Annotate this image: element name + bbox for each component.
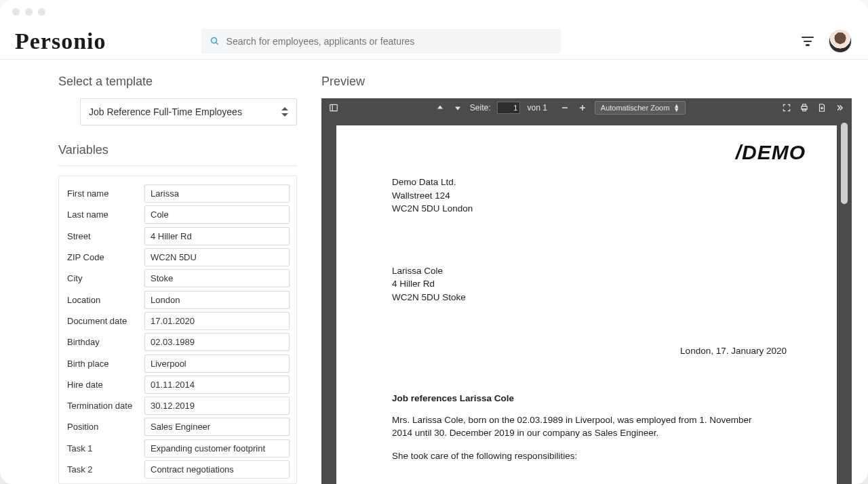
variable-label: Document date xyxy=(66,316,139,326)
sidebar-toggle-icon[interactable] xyxy=(328,102,339,113)
svg-rect-2 xyxy=(330,104,338,110)
variable-row: Birthday xyxy=(66,331,290,352)
top-bar: Personio xyxy=(0,23,868,60)
variable-row: ZIP Code xyxy=(66,247,290,268)
variable-label: Position xyxy=(66,422,139,432)
variable-row: Street xyxy=(66,226,290,247)
recipient-line: WC2N 5DU Stoke xyxy=(392,291,787,304)
document-page: /DEMO Demo Data Ltd. Wallstreet 124 WC2N… xyxy=(336,125,837,484)
main-content: Select a template Job Reference Full-Tim… xyxy=(0,60,868,484)
chevron-updown-icon: ▲▼ xyxy=(673,104,679,112)
variable-row: Hire date xyxy=(66,374,290,395)
window-dot xyxy=(12,8,20,16)
page-nav-group: Seite: von 1 Automatischer Zoom ▲▼ xyxy=(435,101,686,115)
search-icon xyxy=(210,36,220,46)
zoom-out-icon[interactable] xyxy=(559,102,570,113)
print-icon[interactable] xyxy=(799,102,810,113)
right-column: Preview Seite: von 1 xyxy=(321,75,852,484)
variable-input[interactable] xyxy=(144,205,290,224)
variable-input[interactable] xyxy=(144,248,290,266)
variable-input[interactable] xyxy=(144,291,290,309)
sender-block: Demo Data Ltd. Wallstreet 124 WC2N 5DU L… xyxy=(392,176,787,216)
variable-row: Termination date xyxy=(66,395,290,416)
variable-row: City xyxy=(66,268,290,289)
sender-line: Wallstreet 124 xyxy=(392,189,787,203)
variable-row: Task 2 xyxy=(66,459,290,480)
fullscreen-icon[interactable] xyxy=(781,102,792,113)
user-avatar[interactable] xyxy=(829,30,852,53)
variable-input[interactable] xyxy=(144,269,290,287)
sender-line: WC2N 5DU London xyxy=(392,202,787,216)
page-up-icon[interactable] xyxy=(435,102,446,113)
preview-title: Preview xyxy=(321,75,852,89)
variable-label: Task 2 xyxy=(66,464,139,475)
variable-input[interactable] xyxy=(144,355,290,373)
app-window: Personio Select a template Job Reference… xyxy=(0,0,868,484)
variable-input[interactable] xyxy=(144,333,290,351)
variables-title: Variables xyxy=(58,143,297,157)
doc-logo: /DEMO xyxy=(736,138,806,167)
download-icon[interactable] xyxy=(816,102,827,113)
variable-input[interactable] xyxy=(144,418,290,436)
variable-label: Termination date xyxy=(66,401,139,411)
variable-input[interactable] xyxy=(144,439,290,458)
search-input[interactable] xyxy=(226,36,553,47)
variable-row: Last name xyxy=(66,204,290,225)
variable-input[interactable] xyxy=(144,184,290,203)
variable-row: Location xyxy=(66,289,290,310)
variable-label: First name xyxy=(66,188,139,199)
variable-row: First name xyxy=(66,183,290,204)
doc-ref-title: Job references Larissa Cole xyxy=(392,392,787,405)
pdf-toolbar: Seite: von 1 Automatischer Zoom ▲▼ xyxy=(321,98,852,117)
window-titlebar xyxy=(0,0,868,23)
filter-icon[interactable] xyxy=(802,37,814,46)
variable-row: Task 1 xyxy=(66,438,290,459)
variables-panel: First nameLast nameStreetZIP CodeCityLoc… xyxy=(58,176,297,484)
variable-row: Position xyxy=(66,416,290,437)
page-down-icon[interactable] xyxy=(452,102,463,113)
variable-row: Birth place xyxy=(66,352,290,374)
recipient-line: 4 Hiller Rd xyxy=(392,277,787,291)
preview-pane: Seite: von 1 Automatischer Zoom ▲▼ xyxy=(321,98,852,484)
window-dot xyxy=(38,8,45,16)
more-tools-icon[interactable] xyxy=(834,102,845,113)
divider xyxy=(58,165,297,166)
page-input[interactable] xyxy=(497,102,520,114)
variable-label: Task 1 xyxy=(66,443,139,453)
variable-label: Last name xyxy=(66,209,139,220)
zoom-select[interactable]: Automatischer Zoom ▲▼ xyxy=(595,101,686,115)
variable-label: Location xyxy=(66,295,139,305)
recipient-line: Larissa Cole xyxy=(392,264,787,278)
left-column: Select a template Job Reference Full-Tim… xyxy=(58,75,297,484)
variable-input[interactable] xyxy=(144,227,290,245)
variable-input[interactable] xyxy=(144,312,290,330)
page-label: Seite: xyxy=(470,103,491,113)
svg-point-0 xyxy=(211,38,216,43)
variable-label: City xyxy=(66,273,139,283)
recipient-block: Larissa Cole 4 Hiller Rd WC2N 5DU Stoke xyxy=(392,264,787,304)
select-caret-icon xyxy=(281,107,288,117)
doc-body-2: She took care of the following responsib… xyxy=(392,449,787,463)
select-template-title: Select a template xyxy=(58,75,297,89)
variable-label: Birthday xyxy=(66,337,139,347)
svg-rect-8 xyxy=(803,104,806,106)
svg-rect-9 xyxy=(803,109,806,111)
variable-row: Document date xyxy=(66,310,290,331)
page-total-label: von 1 xyxy=(527,103,547,113)
doc-body-1: Mrs. Larissa Cole, born on the 02.03.198… xyxy=(392,414,772,440)
variable-input[interactable] xyxy=(144,460,290,479)
template-select[interactable]: Job Reference Full-Time Employees xyxy=(80,98,297,125)
template-selected-label: Job Reference Full-Time Employees xyxy=(89,106,242,117)
global-search[interactable] xyxy=(201,29,561,54)
doc-date-line: London, 17. January 2020 xyxy=(392,344,787,358)
window-dot xyxy=(25,8,33,16)
variable-input[interactable] xyxy=(144,397,290,415)
svg-line-1 xyxy=(216,43,218,45)
brand-logo: Personio xyxy=(11,28,106,54)
zoom-in-icon[interactable] xyxy=(577,102,588,113)
pdf-viewport[interactable]: /DEMO Demo Data Ltd. Wallstreet 124 WC2N… xyxy=(321,117,852,484)
sender-line: Demo Data Ltd. xyxy=(392,176,787,189)
pdf-scrollbar[interactable] xyxy=(841,123,848,204)
variable-input[interactable] xyxy=(144,376,290,394)
variable-label: Birth place xyxy=(66,359,139,369)
